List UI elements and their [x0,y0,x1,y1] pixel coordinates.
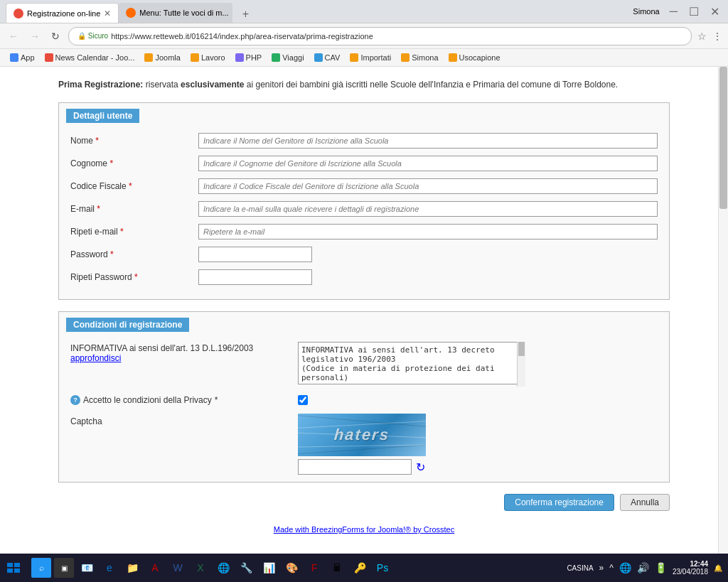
volume-icon[interactable]: 🔊 [637,562,649,573]
nome-input[interactable] [198,133,658,149]
button-row: Conferma registrazione Annulla [58,494,670,518]
taskbar-app10[interactable]: 📊 [259,558,279,578]
bookmark-news[interactable]: News Calendar - Joo... [41,52,139,63]
tab-registrazione[interactable]: Registrazione on-line ✕ [6,3,119,23]
page-footer: Made with BreezingForms for Joomla!® by … [58,518,670,541]
email-row: E-mail * [70,201,658,217]
bookmark-php[interactable]: PHP [231,52,267,63]
taskbar-app14[interactable]: 🔑 [350,558,370,578]
taskbar-caret[interactable]: ^ [609,563,614,573]
bookmark-star[interactable]: ☆ [697,31,707,42]
textarea-scrollbar[interactable] [517,342,525,387]
bookmark-joomla[interactable]: Joomla [140,52,184,63]
notification-button[interactable]: 🔔 [714,564,722,572]
bookmark-uso-label: Usocapione [459,53,500,62]
captcha-row: Captcha haters ↻ [70,414,658,475]
address-input[interactable]: 🔒 Sicuro https://www.retteweb.it/016214/… [68,27,692,45]
approfondisci-link[interactable]: approfondisci [70,353,121,363]
new-tab-button[interactable]: + [237,6,254,23]
network-icon: 🌐 [619,562,631,573]
title-bar: Registrazione on-line ✕ Menu: Tutte le v… [0,0,728,23]
taskbar-filezilla[interactable]: F [304,558,324,578]
confirm-button[interactable]: Conferma registrazione [504,494,614,511]
bookmark-cav[interactable]: CAV [310,52,345,63]
cancel-button[interactable]: Annulla [620,494,670,511]
ripeti-email-input[interactable] [198,224,658,239]
taskbar-expand[interactable]: » [599,563,604,573]
back-button[interactable]: ← [6,29,21,43]
taskbar-task-view[interactable]: ▣ [54,558,74,578]
taskbar-word[interactable]: W [168,558,188,578]
tab-menu[interactable]: Menu: Tutte le voci di m... ✕ [119,3,232,23]
password-input[interactable] [198,247,312,262]
footer-link[interactable]: Made with BreezingForms for Joomla!® by … [274,525,454,534]
privacy-checkbox[interactable] [298,395,308,405]
bookmark-usocapione[interactable]: Usocapione [444,52,505,63]
bookmark-apps-label: App [21,53,35,62]
bookmark-uso-icon [449,53,457,62]
taskbar-explorer[interactable]: 📁 [122,558,142,578]
ripeti-password-input[interactable] [198,269,312,285]
desc-rest: ai genitori dei bambini già iscritti nel… [247,80,618,90]
bookmark-simona[interactable]: Simona [397,52,442,63]
tab1-close[interactable]: ✕ [104,9,111,18]
browser-chrome: Registrazione on-line ✕ Menu: Tutte le v… [0,0,728,67]
tab2-close[interactable]: ✕ [232,8,233,18]
codice-row: Codice Fiscale * [70,178,658,194]
start-button[interactable] [0,559,27,577]
page-scrollbar[interactable] [718,67,728,554]
forward-button[interactable]: → [27,29,43,43]
user-details-header: Dettagli utente [66,109,139,123]
clock-area[interactable]: 12:44 23/04/2018 [673,560,708,576]
codice-label: Codice Fiscale * [70,181,198,191]
captcha-input-row: ↻ [298,459,426,475]
browser-menu[interactable]: ⋮ [712,31,722,42]
taskbar-app9[interactable]: 🔧 [236,558,256,578]
maximize-button[interactable]: ☐ [686,2,702,21]
captcha-refresh-button[interactable]: ↻ [416,460,425,474]
taskbar-outlook[interactable]: 📧 [77,558,97,578]
bookmark-apps[interactable]: App [6,52,39,63]
password-required: * [110,249,114,259]
email-input[interactable] [198,201,658,217]
taskbar-excel[interactable]: X [191,558,210,578]
bookmark-importati[interactable]: Importati [346,52,395,63]
informativa-textarea-wrapper [298,342,525,387]
address-bar: ← → ↻ 🔒 Sicuro https://www.retteweb.it/0… [0,23,728,48]
taskbar-edge[interactable]: e [100,558,119,578]
close-button[interactable]: ✕ [707,2,722,21]
taskbar-acrobat[interactable]: A [145,558,165,578]
bookmark-joomla-icon [144,53,153,62]
page-content: Prima Registrazione: riservata esclusiva… [0,67,728,554]
bookmark-apps-icon [10,53,18,62]
taskbar-search[interactable]: ⌕ [31,558,51,578]
minimize-button[interactable]: ─ [667,2,680,21]
reload-button[interactable]: ↻ [48,29,63,43]
bookmark-lavoro-icon [191,53,199,62]
taskbar-date: 23/04/2018 [673,568,708,576]
desc-bold2: esclusivamente [181,80,244,90]
nome-label: Nome * [70,136,198,146]
battery-icon: 🔋 [655,562,667,573]
email-required: * [97,204,100,214]
taskbar-app11[interactable]: 🎨 [282,558,301,578]
captcha-input[interactable] [298,459,412,475]
taskbar-calc[interactable]: 🖩 [327,558,347,578]
taskbar-chrome[interactable]: 🌐 [213,558,233,578]
user-name: Simona [633,7,659,16]
bookmarks-bar: App News Calendar - Joo... Joomla Lavoro… [0,48,728,67]
cognome-input[interactable] [198,156,658,171]
bookmark-viaggi[interactable]: Viaggi [267,52,308,63]
taskbar-time: 12:44 [673,560,708,568]
bookmark-cav-label: CAV [325,53,341,62]
nome-required: * [95,136,99,146]
informativa-textarea[interactable] [298,342,525,384]
scrollbar-thumb[interactable] [719,67,727,209]
tab1-label: Registrazione on-line [27,9,100,18]
bookmark-lavoro[interactable]: Lavoro [186,52,230,63]
privacy-icon: ? [70,395,80,405]
codice-input[interactable] [198,178,658,194]
bookmark-cav-icon [314,53,323,62]
taskbar-photoshop[interactable]: Ps [373,558,392,578]
privacy-row: ? Accetto le condizioni della Privacy * [70,395,658,405]
